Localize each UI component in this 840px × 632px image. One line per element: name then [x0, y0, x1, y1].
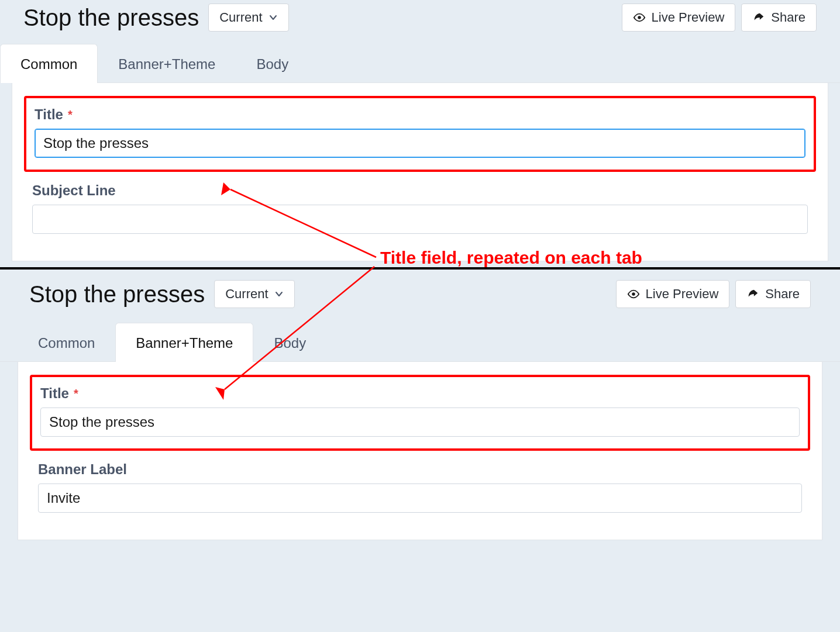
svg-point-0	[638, 16, 641, 19]
form-common: Title * Subject Line	[12, 83, 828, 261]
chevron-down-icon	[274, 289, 284, 299]
live-preview-button[interactable]: Live Preview	[616, 280, 730, 308]
header-actions: Live Preview Share	[616, 280, 811, 308]
banner-label-input[interactable]	[38, 484, 802, 513]
share-button[interactable]: Share	[741, 4, 817, 32]
share-button[interactable]: Share	[735, 280, 811, 308]
required-marker: *	[74, 388, 78, 399]
live-preview-label: Live Preview	[646, 286, 719, 302]
version-label: Current	[225, 286, 268, 302]
share-label: Share	[765, 286, 800, 302]
tabs: Common Banner+Theme Body	[0, 43, 840, 83]
title-input[interactable]	[40, 407, 800, 437]
subject-field-group: Subject Line	[24, 182, 816, 234]
page-title: Stop the presses	[29, 281, 205, 308]
version-dropdown[interactable]: Current	[214, 280, 294, 308]
page-title: Stop the presses	[23, 5, 199, 31]
version-dropdown[interactable]: Current	[208, 4, 288, 32]
editor-panel-banner: Stop the presses Current Live Preview Sh…	[0, 267, 840, 540]
svg-point-1	[632, 292, 635, 296]
subject-input[interactable]	[32, 205, 808, 234]
eye-icon	[627, 288, 640, 301]
tab-body[interactable]: Body	[253, 323, 326, 362]
tab-body[interactable]: Body	[236, 44, 309, 83]
title-input[interactable]	[35, 129, 805, 158]
editor-panel-common: Stop the presses Current Live Preview Sh…	[0, 0, 840, 261]
title-label: Title *	[40, 385, 800, 402]
tab-banner-theme[interactable]: Banner+Theme	[98, 44, 236, 83]
required-marker: *	[68, 109, 73, 120]
banner-label-label: Banner Label	[38, 461, 802, 478]
subject-label: Subject Line	[32, 182, 808, 199]
title-field-group: Title *	[40, 385, 800, 437]
form-banner: Title * Banner Label	[18, 362, 822, 540]
header: Stop the presses Current Live Preview Sh…	[0, 0, 840, 32]
header-actions: Live Preview Share	[622, 4, 817, 32]
share-arrow-icon	[752, 11, 765, 24]
version-label: Current	[219, 10, 262, 25]
header: Stop the presses Current Live Preview Sh…	[0, 270, 840, 308]
tab-common[interactable]: Common	[18, 323, 115, 362]
eye-icon	[633, 11, 646, 24]
annotation-highlight: Title *	[24, 96, 816, 172]
live-preview-button[interactable]: Live Preview	[622, 4, 736, 32]
annotation-highlight: Title *	[30, 375, 810, 451]
tab-common[interactable]: Common	[0, 44, 98, 83]
title-field-group: Title *	[35, 106, 805, 158]
tabs: Common Banner+Theme Body	[0, 322, 840, 362]
share-label: Share	[771, 10, 805, 25]
title-label: Title *	[35, 106, 805, 123]
tab-banner-theme[interactable]: Banner+Theme	[115, 323, 253, 362]
chevron-down-icon	[268, 13, 278, 22]
live-preview-label: Live Preview	[652, 10, 725, 25]
share-arrow-icon	[746, 288, 759, 301]
banner-label-field-group: Banner Label	[30, 461, 810, 513]
